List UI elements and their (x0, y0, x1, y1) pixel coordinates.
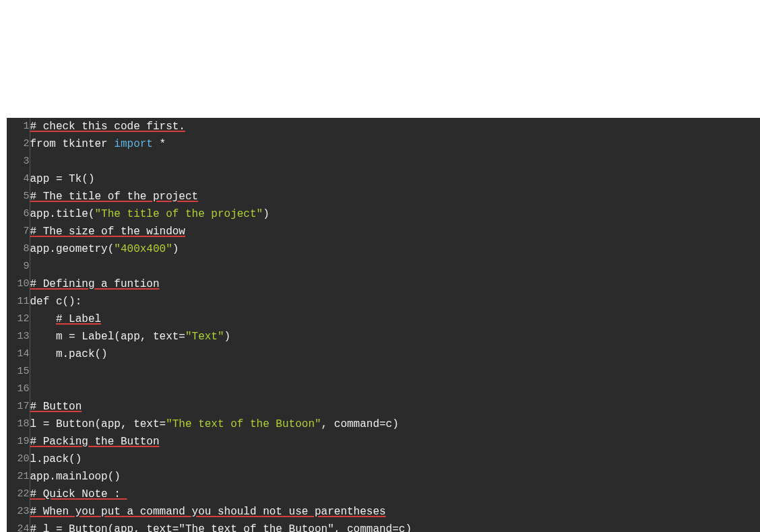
line-number: 14 (7, 345, 30, 363)
code-token: app.mainloop() (30, 471, 121, 483)
code-token: import (114, 138, 153, 150)
line-number: 15 (7, 363, 30, 380)
line-number: 20 (7, 451, 30, 468)
code-content[interactable]: l = Button(app, text="The text of the Bu… (30, 415, 760, 433)
line-number: 21 (7, 468, 30, 486)
code-line[interactable]: 11def c(): (7, 293, 760, 310)
code-content[interactable]: # Button (30, 398, 760, 415)
code-token: "The title of the project" (95, 208, 263, 220)
line-number: 24 (7, 521, 30, 532)
code-content[interactable]: app.mainloop() (30, 468, 760, 486)
code-token: # l = Button(app, text="The text of the … (30, 523, 412, 532)
line-number: 9 (7, 258, 30, 275)
code-line[interactable]: 23# When you put a command you should no… (7, 503, 760, 521)
code-line[interactable]: 18l = Button(app, text="The text of the … (7, 415, 760, 433)
line-number: 2 (7, 135, 30, 153)
code-line[interactable]: 12 # Label (7, 310, 760, 328)
code-line[interactable]: 17# Button (7, 398, 760, 415)
code-line[interactable]: 21app.mainloop() (7, 468, 760, 486)
code-editor[interactable]: 1# check this code first.2from tkinter i… (7, 118, 760, 532)
line-number: 22 (7, 486, 30, 503)
code-token: * (153, 138, 166, 150)
code-token: from tkinter (30, 138, 115, 150)
line-number: 6 (7, 205, 30, 223)
code-content[interactable]: # The title of the project (30, 188, 760, 205)
line-number: 19 (7, 433, 30, 451)
code-token: # Packing the Button (30, 436, 160, 448)
code-content[interactable] (30, 363, 760, 380)
code-line[interactable]: 22# Quick Note : (7, 486, 760, 503)
code-token (30, 313, 56, 325)
code-content[interactable]: # l = Button(app, text="The text of the … (30, 521, 760, 532)
line-number: 3 (7, 153, 30, 170)
code-line[interactable]: 2from tkinter import * (7, 135, 760, 153)
code-token: # Quick Note : (30, 488, 127, 500)
code-content[interactable]: app = Tk() (30, 170, 760, 188)
code-line[interactable]: 16 (7, 380, 760, 398)
code-token: # Label (56, 313, 101, 325)
code-content[interactable]: def c(): (30, 293, 760, 310)
code-token: m.pack() (30, 348, 108, 360)
line-number: 16 (7, 380, 30, 398)
code-token: l = Button(app, text= (30, 418, 166, 430)
line-number: 4 (7, 170, 30, 188)
code-token: # Button (30, 401, 82, 413)
code-line[interactable]: 3 (7, 153, 760, 170)
code-token: ) (263, 208, 270, 220)
code-token: ) (224, 331, 231, 343)
code-content[interactable] (30, 153, 760, 170)
code-line[interactable]: 14 m.pack() (7, 345, 760, 363)
code-token: app = Tk() (30, 173, 95, 185)
code-line[interactable]: 8app.geometry("400x400") (7, 240, 760, 258)
line-number: 12 (7, 310, 30, 328)
code-token: ) (172, 243, 179, 255)
code-token: # check this code first. (30, 121, 185, 133)
code-content[interactable]: # Packing the Button (30, 433, 760, 451)
code-table: 1# check this code first.2from tkinter i… (7, 118, 760, 532)
code-token: m = Label(app, text= (30, 331, 185, 343)
line-number: 23 (7, 503, 30, 521)
line-number: 11 (7, 293, 30, 310)
line-number: 5 (7, 188, 30, 205)
code-line[interactable]: 4app = Tk() (7, 170, 760, 188)
code-content[interactable]: m = Label(app, text="Text") (30, 328, 760, 345)
code-line[interactable]: 15 (7, 363, 760, 380)
code-content[interactable]: # check this code first. (30, 118, 760, 135)
code-token: "The text of the Butoon" (166, 418, 321, 430)
line-number: 8 (7, 240, 30, 258)
code-line[interactable]: 13 m = Label(app, text="Text") (7, 328, 760, 345)
code-content[interactable]: app.geometry("400x400") (30, 240, 760, 258)
code-content[interactable]: l.pack() (30, 451, 760, 468)
code-line[interactable]: 5# The title of the project (7, 188, 760, 205)
code-content[interactable] (30, 258, 760, 275)
code-token: "Text" (185, 331, 224, 343)
code-line[interactable]: 24# l = Button(app, text="The text of th… (7, 521, 760, 532)
code-token: # When you put a command you should not … (30, 506, 386, 518)
code-content[interactable] (30, 380, 760, 398)
code-line[interactable]: 10# Defining a funtion (7, 275, 760, 293)
line-number: 1 (7, 118, 30, 135)
code-content[interactable]: m.pack() (30, 345, 760, 363)
line-number: 17 (7, 398, 30, 415)
code-token: , command=c) (321, 418, 399, 430)
code-line[interactable]: 7# The size of the window (7, 223, 760, 240)
code-content[interactable]: # Quick Note : (30, 486, 760, 503)
line-number: 10 (7, 275, 30, 293)
code-content[interactable]: # When you put a command you should not … (30, 503, 760, 521)
code-token: app.geometry( (30, 243, 115, 255)
code-line[interactable]: 9 (7, 258, 760, 275)
code-content[interactable]: # Defining a funtion (30, 275, 760, 293)
code-token: # Defining a funtion (30, 278, 160, 290)
code-token: def c(): (30, 296, 82, 308)
code-token: "400x400" (114, 243, 172, 255)
code-line[interactable]: 19# Packing the Button (7, 433, 760, 451)
code-line[interactable]: 6app.title("The title of the project") (7, 205, 760, 223)
code-content[interactable]: from tkinter import * (30, 135, 760, 153)
line-number: 13 (7, 328, 30, 345)
code-line[interactable]: 1# check this code first. (7, 118, 760, 135)
code-content[interactable]: app.title("The title of the project") (30, 205, 760, 223)
code-line[interactable]: 20l.pack() (7, 451, 760, 468)
code-content[interactable]: # The size of the window (30, 223, 760, 240)
line-number: 7 (7, 223, 30, 240)
code-content[interactable]: # Label (30, 310, 760, 328)
